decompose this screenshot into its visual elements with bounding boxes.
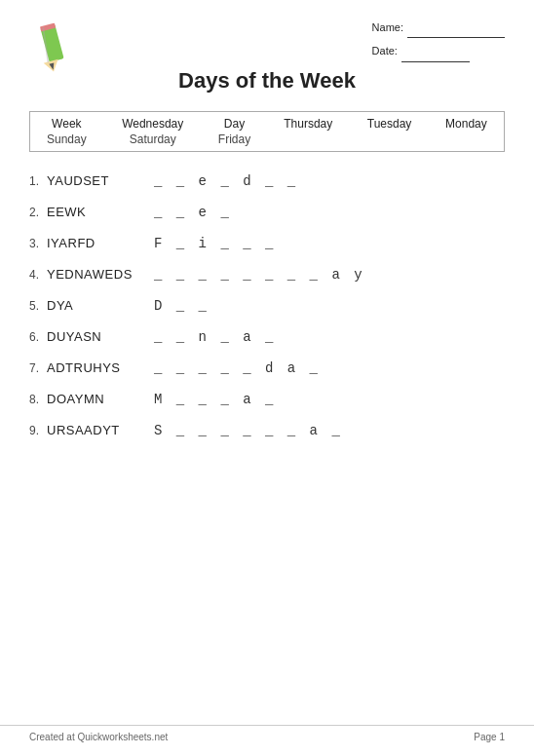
question-word: DOAYMN — [47, 392, 154, 406]
word-bank-top: Tuesday — [350, 112, 429, 132]
question-word: DYA — [47, 298, 154, 313]
question-number: 8. — [29, 393, 47, 406]
questions-section: 1. YAUDSET _ _ e _ d _ _ 2. EEWK _ _ e _… — [29, 173, 505, 438]
date-label: Date: — [372, 42, 398, 61]
question-number: 2. — [29, 206, 47, 219]
question-row: 9. URSAADYT S _ _ _ _ _ _ a _ — [29, 423, 505, 438]
question-row: 1. YAUDSET _ _ e _ d _ _ — [29, 173, 505, 189]
question-answer: F _ i _ _ _ — [154, 236, 276, 251]
word-bank-bottom — [350, 132, 429, 152]
word-bank-bottom — [429, 132, 505, 152]
question-number: 5. — [29, 299, 47, 313]
question-word: URSAADYT — [47, 423, 154, 437]
question-answer: _ _ n _ a _ — [154, 329, 276, 345]
question-number: 7. — [29, 361, 47, 375]
footer-left: Created at Quickworksheets.net — [29, 732, 168, 742]
question-row: 3. IYARFD F _ i _ _ _ — [29, 236, 505, 251]
question-row: 6. DUYASN _ _ n _ a _ — [29, 329, 505, 345]
question-answer: _ _ e _ — [154, 205, 232, 220]
question-row: 7. ADTRUHYS _ _ _ _ _ d a _ — [29, 360, 505, 376]
question-answer: _ _ e _ d _ _ — [154, 173, 298, 189]
question-number: 4. — [29, 268, 47, 282]
page-title: Days of the Week — [29, 68, 505, 94]
question-row: 5. DYA D _ _ — [29, 298, 505, 314]
word-bank-top: Day — [203, 112, 267, 132]
question-word: EEWK — [47, 205, 154, 219]
word-bank-bottom — [266, 132, 350, 152]
question-number: 6. — [29, 330, 47, 344]
question-answer: _ _ _ _ _ d a _ — [154, 360, 321, 376]
date-underline — [401, 42, 470, 62]
question-word: IYARFD — [47, 236, 154, 250]
question-number: 1. — [29, 174, 47, 188]
question-answer: S _ _ _ _ _ _ a _ — [154, 423, 343, 438]
word-bank-top: Wednesday — [103, 112, 203, 132]
word-bank-top: Week — [30, 112, 103, 132]
question-row: 4. YEDNAWEDS _ _ _ _ _ _ _ _ a y — [29, 267, 505, 283]
question-row: 8. DOAYMN M _ _ _ a _ — [29, 392, 505, 407]
name-underline — [407, 18, 505, 38]
footer-right: Page 1 — [474, 732, 505, 742]
question-number: 9. — [29, 424, 47, 437]
question-word: YEDNAWEDS — [47, 267, 154, 282]
word-bank-top: Monday — [429, 112, 505, 132]
question-answer: D _ _ — [154, 298, 210, 314]
footer: Created at Quickworksheets.net Page 1 — [0, 725, 534, 742]
word-bank-table: WeekWednesdayDayThursdayTuesdayMondaySun… — [29, 111, 505, 152]
name-date-area: Name: Date: — [372, 18, 505, 62]
word-bank-bottom: Sunday — [30, 132, 103, 152]
name-label: Name: — [372, 19, 403, 38]
pencil-icon — [29, 18, 78, 79]
question-word: ADTRUHYS — [47, 360, 154, 375]
question-answer: M _ _ _ a _ — [154, 392, 276, 407]
word-bank-bottom: Friday — [203, 132, 267, 152]
question-row: 2. EEWK _ _ e _ — [29, 205, 505, 220]
question-word: YAUDSET — [47, 173, 154, 188]
question-word: DUYASN — [47, 329, 154, 344]
question-answer: _ _ _ _ _ _ _ _ a y — [154, 267, 365, 283]
question-number: 3. — [29, 237, 47, 250]
word-bank-top: Thursday — [266, 112, 350, 132]
word-bank-bottom: Saturday — [103, 132, 203, 152]
